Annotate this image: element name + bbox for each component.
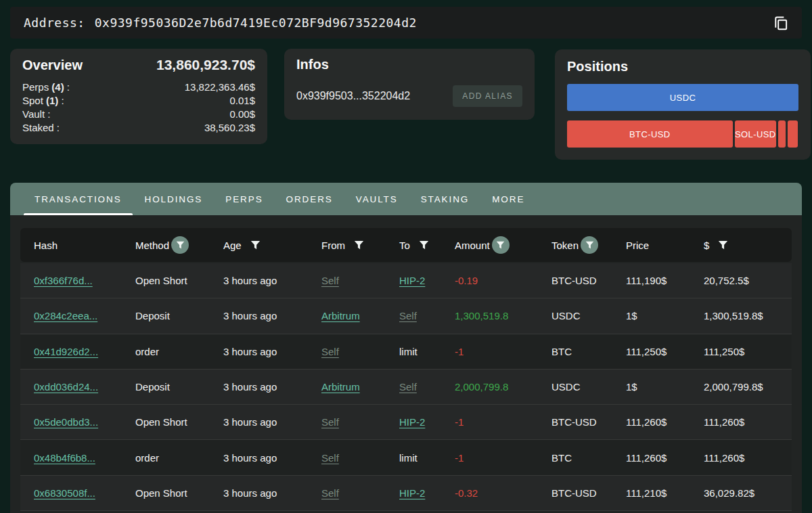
token-cell: BTC [551, 452, 626, 464]
hash-link[interactable]: 0x41d926d2... [34, 346, 98, 357]
token-cell: BTC [551, 346, 626, 357]
tab-staking[interactable]: STAKING [409, 183, 481, 215]
filter-icon[interactable] [354, 240, 364, 250]
amount-cell: -1 [455, 452, 551, 464]
overview-stat-label: Vault : [22, 108, 50, 121]
price-cell: 1$ [626, 381, 704, 393]
column-header-method: Method [135, 236, 223, 254]
to-cell: HIP-2 [399, 275, 455, 286]
from-link[interactable]: Arbitrum [321, 381, 360, 393]
from-cell: Self [321, 487, 399, 499]
position-segment[interactable] [788, 120, 798, 148]
age-cell: 3 hours ago [223, 416, 321, 428]
table-row: 0xdd036d24...Deposit3 hours agoArbitrumS… [20, 370, 792, 405]
overview-stat-value: 38,560.23$ [204, 121, 255, 135]
amount-cell: 1,300,519.8 [455, 310, 551, 321]
token-cell: USDC [551, 310, 626, 321]
from-cell: Arbitrum [321, 381, 399, 393]
filter-icon[interactable] [171, 236, 189, 254]
position-segment[interactable] [778, 120, 786, 148]
filter-icon[interactable] [581, 236, 598, 254]
hash-link[interactable]: 0x6830508f... [34, 487, 95, 499]
add-alias-button[interactable]: ADD ALIAS [453, 85, 522, 107]
from-link[interactable]: Self [321, 487, 339, 499]
overview-stat-value: 0.01$ [229, 94, 255, 108]
column-label: Method [135, 240, 169, 251]
address-label: Address: [24, 16, 85, 30]
filter-icon[interactable] [250, 240, 261, 250]
price-cell: 111,210$ [626, 487, 704, 499]
tab-holdings[interactable]: HOLDINGS [133, 183, 215, 215]
hash-link[interactable]: 0xdd036d24... [34, 381, 98, 393]
to-link[interactable]: HIP-2 [399, 416, 425, 428]
tab-perps[interactable]: PERPS [214, 183, 274, 215]
overview-card: Overview 13,860,923.70$ Perps (4) :13,82… [10, 49, 267, 144]
to-cell: HIP-2 [399, 487, 455, 499]
address-text: Address: 0x939f95036D2e7b6d7419Ec072BF9d… [24, 16, 417, 30]
amount-cell: -0.32 [455, 487, 551, 499]
token-cell: BTC-USD [551, 487, 626, 499]
overview-stat-row: Staked :38,560.23$ [22, 121, 255, 135]
to-cell: Self [399, 381, 455, 393]
copy-address-button[interactable] [771, 13, 791, 33]
position-segment[interactable]: SOL-USD [735, 120, 777, 148]
age-cell: 3 hours ago [223, 452, 321, 464]
from-cell: Self [321, 416, 399, 428]
copy-icon [772, 14, 790, 32]
age-cell: 3 hours ago [223, 487, 321, 499]
to-link[interactable]: HIP-2 [399, 487, 425, 499]
filter-icon[interactable] [492, 236, 510, 254]
hash-cell: 0x48b4f6b8... [34, 452, 135, 464]
from-link[interactable]: Self [321, 416, 339, 428]
position-segment[interactable]: BTC-USD [567, 120, 733, 148]
filter-icon[interactable] [718, 240, 728, 250]
tab-transactions[interactable]: TRANSACTIONS [23, 183, 133, 215]
from-link[interactable]: Self [321, 346, 339, 357]
tab-more[interactable]: MORE [480, 183, 536, 215]
token-cell: BTC-USD [551, 275, 626, 286]
amount-cell: -1 [455, 346, 551, 357]
overview-total-value: 13,860,923.70$ [156, 57, 255, 73]
usd-cell: 20,752.5$ [704, 275, 792, 286]
price-cell: 1$ [626, 310, 704, 321]
to-link[interactable]: HIP-2 [399, 275, 425, 286]
tab-vaults[interactable]: VAULTS [344, 183, 409, 215]
overview-stat-value: 0.00$ [229, 108, 255, 121]
overview-stat-value: 13,822,363.46$ [185, 81, 255, 94]
hash-link[interactable]: 0x284c2eea... [34, 310, 97, 321]
address-bar: Address: 0x939f95036D2e7b6d7419Ec072BF9d… [10, 7, 802, 39]
tab-orders[interactable]: ORDERS [275, 183, 344, 215]
stat-suffix: : [45, 108, 50, 120]
column-label: $ [704, 240, 709, 251]
from-link[interactable]: Self [321, 452, 339, 464]
hash-cell: 0x5de0dbd3... [34, 416, 135, 428]
from-cell: Self [321, 346, 399, 357]
amount-cell: -1 [455, 416, 551, 428]
short-positions-bar: BTC-USDSOL-USD [567, 120, 798, 148]
column-header-amount: Amount [455, 236, 551, 254]
address-value: 0x939f95036D2e7b6d7419Ec072BF9d967352204… [95, 16, 417, 30]
filter-icon[interactable] [419, 240, 429, 250]
position-segment[interactable]: USDC [567, 84, 798, 111]
to-link[interactable]: Self [399, 310, 417, 321]
column-label: To [399, 240, 410, 251]
from-link[interactable]: Arbitrum [321, 310, 360, 321]
column-header-age: Age [223, 240, 321, 251]
positions-bars: USDCBTC-USDSOL-USD [567, 84, 798, 148]
overview-stat-row: Spot (1) :0.01$ [22, 94, 255, 108]
table-header-row: HashMethodAgeFromToAmountTokenPrice$ [20, 228, 792, 262]
method-cell: Deposit [135, 310, 223, 321]
from-link[interactable]: Self [321, 275, 339, 286]
hash-link[interactable]: 0xf366f76d... [34, 275, 93, 286]
hash-cell: 0x6830508f... [34, 487, 135, 499]
to-link[interactable]: Self [399, 381, 417, 393]
hash-link[interactable]: 0x48b4f6b8... [34, 452, 95, 464]
age-cell: 3 hours ago [223, 346, 321, 357]
infos-address-short: 0x939f9503...352204d2 [296, 90, 410, 102]
from-cell: Arbitrum [321, 310, 399, 321]
usd-cell: 111,250$ [704, 346, 792, 357]
usd-cell: 111,260$ [704, 452, 792, 464]
column-label: Amount [455, 240, 490, 251]
overview-stat-row: Vault :0.00$ [22, 108, 255, 121]
hash-link[interactable]: 0x5de0dbd3... [34, 416, 98, 428]
